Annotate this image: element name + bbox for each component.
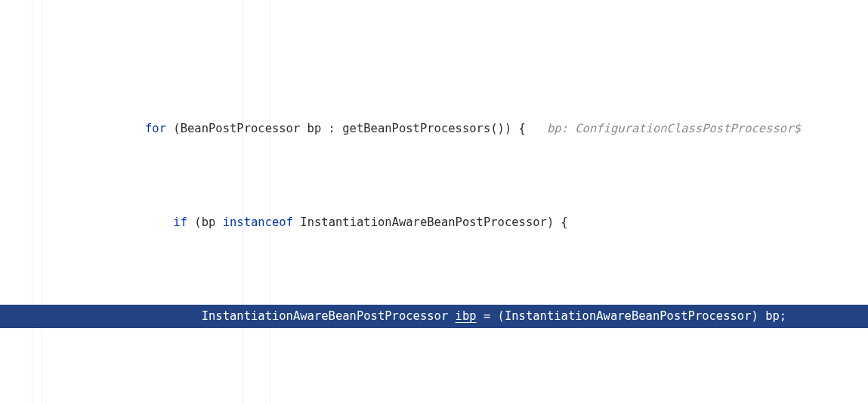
keyword-for: for — [145, 122, 166, 135]
editor-gutter — [0, 0, 42, 403]
keyword-if: if — [173, 215, 187, 229]
indent — [60, 309, 202, 323]
code-line[interactable]: PropertyValues pvsToUse = ibp.postProces… — [42, 398, 868, 403]
gutter-highlight — [0, 305, 42, 328]
variable: ibp — [456, 309, 477, 323]
code-line[interactable]: if (bp instanceof InstantiationAwareBean… — [42, 211, 868, 234]
keyword-instanceof: instanceof — [223, 215, 293, 229]
type-name: InstantiationAwareBeanPostProcessor — [202, 309, 456, 323]
indent-guide — [242, 0, 243, 403]
indent — [60, 215, 173, 229]
code-text: (BeanPostProcessor bp : getBeanPostProce… — [166, 122, 547, 135]
indent — [60, 122, 145, 135]
code-line-current[interactable]: InstantiationAwareBeanPostProcessor ibp … — [42, 305, 868, 328]
code-area[interactable]: for (BeanPostProcessor bp : getBeanPostP… — [42, 0, 868, 403]
code-editor[interactable]: for (BeanPostProcessor bp : getBeanPostP… — [0, 0, 868, 403]
code-text: (bp — [187, 215, 223, 229]
code-text: = (InstantiationAwareBeanPostProcessor) … — [477, 309, 787, 323]
inlay-hint: bp: ConfigurationClassPostProcessor$ — [547, 122, 801, 135]
indent-guide — [270, 0, 270, 403]
code-line[interactable]: for (BeanPostProcessor bp : getBeanPostP… — [42, 117, 868, 141]
code-text: InstantiationAwareBeanPostProcessor) { — [293, 215, 568, 229]
